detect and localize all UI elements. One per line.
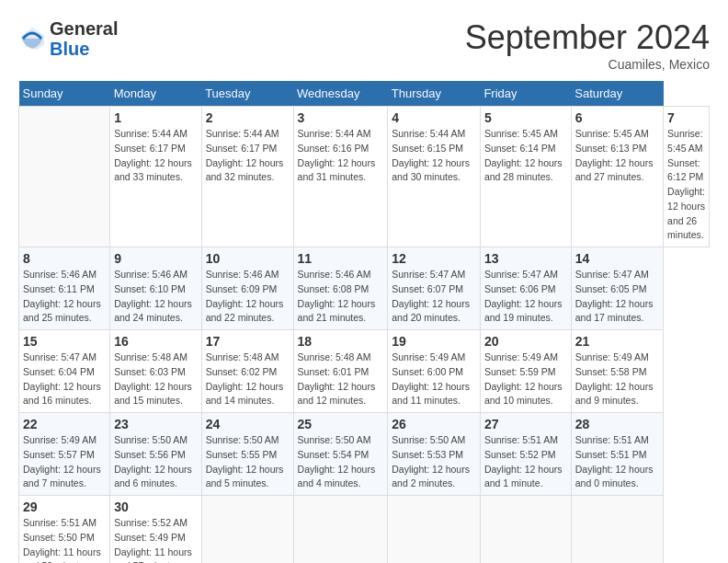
sunset: Sunset: 6:09 PM: [206, 283, 278, 294]
day-info: Sunrise: 5:46 AM Sunset: 6:11 PM Dayligh…: [23, 268, 106, 326]
daylight: Daylight: 12 hours and 31 minutes.: [298, 157, 376, 183]
calendar-cell: 18 Sunrise: 5:48 AM Sunset: 6:01 PM Dayl…: [293, 330, 388, 413]
day-number: 4: [392, 110, 476, 125]
sunset: Sunset: 5:49 PM: [114, 532, 186, 543]
day-info: Sunrise: 5:50 AM Sunset: 5:56 PM Dayligh…: [114, 433, 197, 491]
calendar-table: Sunday Monday Tuesday Wednesday Thursday…: [18, 81, 710, 563]
day-number: 1: [114, 110, 197, 125]
daylight: Daylight: 12 hours and 33 minutes.: [114, 157, 192, 183]
day-info: Sunrise: 5:50 AM Sunset: 5:53 PM Dayligh…: [392, 433, 476, 491]
sunset: Sunset: 5:58 PM: [575, 366, 647, 377]
day-info: Sunrise: 5:49 AM Sunset: 6:00 PM Dayligh…: [392, 350, 476, 408]
calendar-cell: 10 Sunrise: 5:46 AM Sunset: 6:09 PM Dayl…: [201, 247, 293, 330]
sunrise: Sunrise: 5:47 AM: [23, 351, 97, 362]
daylight: Daylight: 12 hours and 24 minutes.: [114, 298, 192, 324]
sunset: Sunset: 6:16 PM: [298, 143, 370, 154]
day-info: Sunrise: 5:48 AM Sunset: 6:02 PM Dayligh…: [206, 350, 290, 408]
calendar-cell: 27 Sunrise: 5:51 AM Sunset: 5:52 PM Dayl…: [480, 413, 571, 496]
week-row-4: 22 Sunrise: 5:49 AM Sunset: 5:57 PM Dayl…: [19, 413, 710, 496]
day-info: Sunrise: 5:47 AM Sunset: 6:04 PM Dayligh…: [23, 350, 106, 408]
col-wednesday: Wednesday: [293, 81, 388, 107]
sunrise: Sunrise: 5:50 AM: [298, 434, 371, 445]
calendar-cell: [293, 496, 388, 564]
daylight: Daylight: 12 hours and 5 minutes.: [206, 464, 284, 489]
sunset: Sunset: 6:03 PM: [114, 366, 186, 377]
day-info: Sunrise: 5:47 AM Sunset: 6:07 PM Dayligh…: [392, 268, 476, 326]
sunset: Sunset: 6:11 PM: [23, 283, 95, 294]
day-number: 29: [23, 500, 106, 514]
day-number: 9: [114, 251, 197, 266]
sunset: Sunset: 6:06 PM: [484, 283, 556, 294]
sunset: Sunset: 5:51 PM: [575, 449, 647, 460]
day-number: 15: [23, 334, 106, 349]
daylight: Daylight: 12 hours and 12 minutes.: [298, 381, 376, 407]
day-info: Sunrise: 5:47 AM Sunset: 6:06 PM Dayligh…: [484, 268, 567, 326]
week-row-1: 1 Sunrise: 5:44 AM Sunset: 6:17 PM Dayli…: [19, 107, 710, 247]
calendar-cell: 2 Sunrise: 5:44 AM Sunset: 6:17 PM Dayli…: [201, 107, 293, 247]
sunset: Sunset: 6:10 PM: [114, 283, 186, 294]
daylight: Daylight: 12 hours and 16 minutes.: [23, 381, 101, 407]
sunrise: Sunrise: 5:50 AM: [206, 434, 279, 445]
day-info: Sunrise: 5:48 AM Sunset: 6:03 PM Dayligh…: [114, 350, 197, 408]
day-number: 26: [392, 417, 476, 431]
daylight: Daylight: 12 hours and 25 minutes.: [23, 298, 101, 324]
sunset: Sunset: 6:12 PM: [667, 157, 703, 183]
day-info: Sunrise: 5:50 AM Sunset: 5:54 PM Dayligh…: [298, 433, 384, 491]
sunrise: Sunrise: 5:51 AM: [23, 517, 97, 528]
sunset: Sunset: 6:17 PM: [206, 143, 278, 154]
sunrise: Sunrise: 5:48 AM: [298, 351, 371, 362]
sunset: Sunset: 6:04 PM: [23, 366, 95, 377]
calendar-cell: 11 Sunrise: 5:46 AM Sunset: 6:08 PM Dayl…: [293, 247, 388, 330]
day-info: Sunrise: 5:46 AM Sunset: 6:08 PM Dayligh…: [298, 268, 384, 326]
day-number: 27: [484, 417, 567, 431]
page-header: General Blue September 2024 Cuamiles, Me…: [18, 18, 710, 72]
day-number: 30: [114, 500, 197, 514]
day-info: Sunrise: 5:45 AM Sunset: 6:14 PM Dayligh…: [484, 127, 567, 185]
day-number: 7: [667, 110, 705, 125]
daylight: Daylight: 12 hours and 30 minutes.: [392, 157, 470, 183]
daylight: Daylight: 12 hours and 0 minutes.: [575, 464, 654, 489]
col-tuesday: Tuesday: [201, 81, 293, 107]
calendar-cell: 26 Sunrise: 5:50 AM Sunset: 5:53 PM Dayl…: [388, 413, 481, 496]
sunset: Sunset: 5:59 PM: [484, 366, 556, 377]
calendar-cell: 16 Sunrise: 5:48 AM Sunset: 6:03 PM Dayl…: [110, 330, 201, 413]
calendar-cell: [19, 107, 110, 247]
sunrise: Sunrise: 5:48 AM: [206, 351, 279, 362]
sunrise: Sunrise: 5:44 AM: [298, 128, 371, 139]
calendar-cell: 25 Sunrise: 5:50 AM Sunset: 5:54 PM Dayl…: [293, 413, 388, 496]
sunset: Sunset: 6:15 PM: [392, 143, 463, 154]
sunrise: Sunrise: 5:44 AM: [392, 128, 465, 139]
calendar-cell: 12 Sunrise: 5:47 AM Sunset: 6:07 PM Dayl…: [388, 247, 481, 330]
sunrise: Sunrise: 5:44 AM: [206, 128, 279, 139]
week-row-5: 29 Sunrise: 5:51 AM Sunset: 5:50 PM Dayl…: [19, 496, 710, 564]
sunset: Sunset: 5:55 PM: [206, 449, 278, 460]
day-info: Sunrise: 5:51 AM Sunset: 5:50 PM Dayligh…: [23, 516, 106, 563]
sunrise: Sunrise: 5:45 AM: [575, 128, 649, 139]
day-info: Sunrise: 5:45 AM Sunset: 6:13 PM Dayligh…: [575, 127, 659, 185]
sunset: Sunset: 5:50 PM: [23, 532, 95, 543]
calendar-cell: 1 Sunrise: 5:44 AM Sunset: 6:17 PM Dayli…: [110, 107, 201, 247]
calendar-cell: 20 Sunrise: 5:49 AM Sunset: 5:59 PM Dayl…: [480, 330, 571, 413]
day-number: 13: [484, 251, 567, 266]
daylight: Daylight: 12 hours and 10 minutes.: [484, 381, 563, 407]
calendar-cell: 6 Sunrise: 5:45 AM Sunset: 6:13 PM Dayli…: [571, 107, 663, 247]
day-number: 6: [575, 110, 659, 125]
day-number: 12: [392, 251, 476, 266]
sunrise: Sunrise: 5:50 AM: [392, 434, 465, 445]
sunrise: Sunrise: 5:47 AM: [484, 269, 558, 280]
sunset: Sunset: 6:17 PM: [114, 143, 186, 154]
calendar-cell: 17 Sunrise: 5:48 AM Sunset: 6:02 PM Dayl…: [201, 330, 293, 413]
sunset: Sunset: 6:05 PM: [575, 283, 647, 294]
daylight: Daylight: 12 hours and 21 minutes.: [298, 298, 376, 324]
day-number: 22: [23, 417, 106, 431]
daylight: Daylight: 12 hours and 11 minutes.: [392, 381, 470, 407]
sunrise: Sunrise: 5:45 AM: [667, 128, 703, 154]
sunrise: Sunrise: 5:51 AM: [575, 434, 649, 445]
sunset: Sunset: 5:57 PM: [23, 449, 95, 460]
day-number: 18: [298, 334, 384, 349]
sunrise: Sunrise: 5:48 AM: [114, 351, 188, 362]
day-number: 28: [575, 417, 659, 431]
day-info: Sunrise: 5:44 AM Sunset: 6:15 PM Dayligh…: [392, 127, 476, 185]
day-number: 16: [114, 334, 197, 349]
calendar-cell: 29 Sunrise: 5:51 AM Sunset: 5:50 PM Dayl…: [19, 496, 110, 564]
